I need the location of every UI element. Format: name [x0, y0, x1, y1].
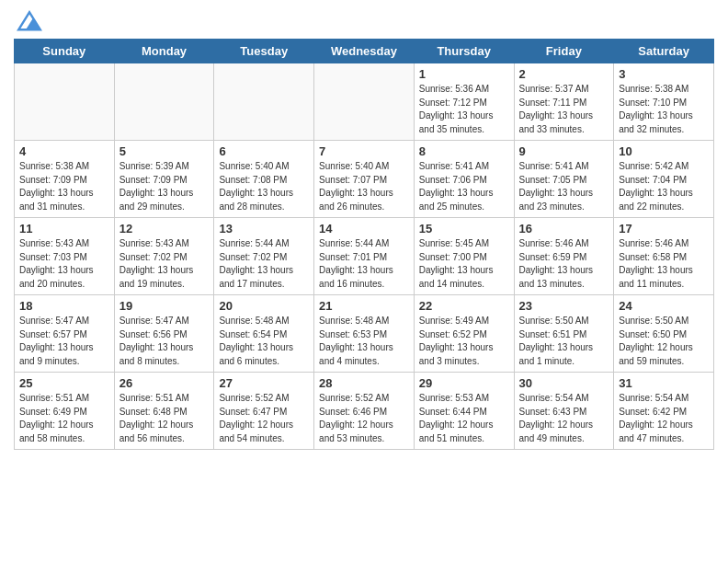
calendar-cell: 7Sunrise: 5:40 AM Sunset: 7:07 PM Daylig… — [314, 141, 415, 218]
cell-info: Sunrise: 5:51 AM Sunset: 6:48 PM Dayligh… — [119, 392, 210, 445]
cell-info: Sunrise: 5:38 AM Sunset: 7:10 PM Dayligh… — [619, 83, 709, 136]
calendar-cell: 20Sunrise: 5:48 AM Sunset: 6:54 PM Dayli… — [214, 295, 314, 373]
cell-info: Sunrise: 5:45 AM Sunset: 7:00 PM Dayligh… — [419, 237, 509, 291]
day-number: 24 — [619, 299, 709, 313]
day-number: 27 — [219, 376, 309, 390]
day-number: 29 — [419, 376, 509, 390]
calendar-cell: 5Sunrise: 5:39 AM Sunset: 7:09 PM Daylig… — [114, 141, 214, 218]
cell-info: Sunrise: 5:39 AM Sunset: 7:09 PM Dayligh… — [119, 160, 210, 213]
calendar-cell: 14Sunrise: 5:44 AM Sunset: 7:01 PM Dayli… — [314, 218, 415, 295]
calendar-cell: 19Sunrise: 5:47 AM Sunset: 6:56 PM Dayli… — [114, 295, 214, 373]
cell-info: Sunrise: 5:53 AM Sunset: 6:44 PM Dayligh… — [419, 392, 509, 445]
calendar-cell: 26Sunrise: 5:51 AM Sunset: 6:48 PM Dayli… — [114, 373, 214, 450]
cell-info: Sunrise: 5:44 AM Sunset: 7:02 PM Dayligh… — [219, 237, 309, 291]
calendar-cell — [15, 63, 115, 141]
cell-info: Sunrise: 5:47 AM Sunset: 6:56 PM Dayligh… — [119, 315, 210, 368]
day-number: 1 — [419, 67, 509, 81]
day-number: 11 — [19, 222, 109, 236]
calendar-cell: 10Sunrise: 5:42 AM Sunset: 7:04 PM Dayli… — [614, 141, 714, 218]
calendar-body: 1Sunrise: 5:36 AM Sunset: 7:12 PM Daylig… — [15, 63, 714, 450]
day-number: 17 — [619, 222, 709, 236]
cell-info: Sunrise: 5:36 AM Sunset: 7:12 PM Dayligh… — [419, 83, 509, 136]
day-number: 18 — [19, 299, 109, 313]
cell-info: Sunrise: 5:38 AM Sunset: 7:09 PM Dayligh… — [19, 160, 109, 213]
weekday-friday: Friday — [514, 40, 614, 63]
calendar-cell: 15Sunrise: 5:45 AM Sunset: 7:00 PM Dayli… — [414, 218, 514, 295]
day-number: 7 — [319, 144, 409, 158]
cell-info: Sunrise: 5:50 AM Sunset: 6:50 PM Dayligh… — [619, 315, 709, 368]
day-number: 22 — [419, 299, 509, 313]
day-number: 4 — [19, 144, 109, 158]
week-row-3: 11Sunrise: 5:43 AM Sunset: 7:03 PM Dayli… — [15, 218, 714, 295]
calendar-table: SundayMondayTuesdayWednesdayThursdayFrid… — [14, 39, 714, 450]
day-number: 23 — [519, 299, 609, 313]
calendar-cell — [214, 63, 314, 141]
day-number: 20 — [219, 299, 309, 313]
cell-info: Sunrise: 5:54 AM Sunset: 6:42 PM Dayligh… — [619, 392, 709, 445]
day-number: 28 — [319, 376, 409, 390]
weekday-saturday: Saturday — [614, 40, 714, 63]
calendar-cell: 29Sunrise: 5:53 AM Sunset: 6:44 PM Dayli… — [414, 373, 514, 450]
cell-info: Sunrise: 5:41 AM Sunset: 7:06 PM Dayligh… — [419, 160, 509, 213]
calendar-cell: 21Sunrise: 5:48 AM Sunset: 6:53 PM Dayli… — [314, 295, 415, 373]
day-number: 19 — [119, 299, 210, 313]
calendar-cell: 4Sunrise: 5:38 AM Sunset: 7:09 PM Daylig… — [15, 141, 115, 218]
cell-info: Sunrise: 5:46 AM Sunset: 6:58 PM Dayligh… — [619, 237, 709, 291]
cell-info: Sunrise: 5:47 AM Sunset: 6:57 PM Dayligh… — [19, 315, 109, 368]
week-row-2: 4Sunrise: 5:38 AM Sunset: 7:09 PM Daylig… — [15, 141, 714, 218]
calendar-cell: 31Sunrise: 5:54 AM Sunset: 6:42 PM Dayli… — [614, 373, 714, 450]
calendar-cell: 22Sunrise: 5:49 AM Sunset: 6:52 PM Dayli… — [414, 295, 514, 373]
calendar-cell: 3Sunrise: 5:38 AM Sunset: 7:10 PM Daylig… — [614, 63, 714, 141]
week-row-4: 18Sunrise: 5:47 AM Sunset: 6:57 PM Dayli… — [15, 295, 714, 373]
calendar-cell: 16Sunrise: 5:46 AM Sunset: 6:59 PM Dayli… — [514, 218, 614, 295]
calendar-cell: 27Sunrise: 5:52 AM Sunset: 6:47 PM Dayli… — [214, 373, 314, 450]
day-number: 25 — [19, 376, 109, 390]
cell-info: Sunrise: 5:52 AM Sunset: 6:47 PM Dayligh… — [219, 392, 309, 445]
cell-info: Sunrise: 5:40 AM Sunset: 7:07 PM Dayligh… — [319, 160, 409, 213]
logo-icon — [16, 9, 43, 31]
cell-info: Sunrise: 5:49 AM Sunset: 6:52 PM Dayligh… — [419, 315, 509, 368]
cell-info: Sunrise: 5:54 AM Sunset: 6:43 PM Dayligh… — [519, 392, 609, 445]
day-number: 30 — [519, 376, 609, 390]
day-number: 5 — [119, 144, 210, 158]
cell-info: Sunrise: 5:37 AM Sunset: 7:11 PM Dayligh… — [519, 83, 609, 136]
cell-info: Sunrise: 5:52 AM Sunset: 6:46 PM Dayligh… — [319, 392, 409, 445]
calendar-cell: 18Sunrise: 5:47 AM Sunset: 6:57 PM Dayli… — [15, 295, 115, 373]
week-row-1: 1Sunrise: 5:36 AM Sunset: 7:12 PM Daylig… — [15, 63, 714, 141]
calendar-cell: 17Sunrise: 5:46 AM Sunset: 6:58 PM Dayli… — [614, 218, 714, 295]
svg-marker-1 — [26, 18, 40, 30]
cell-info: Sunrise: 5:51 AM Sunset: 6:49 PM Dayligh… — [19, 392, 109, 445]
calendar-cell: 8Sunrise: 5:41 AM Sunset: 7:06 PM Daylig… — [414, 141, 514, 218]
day-number: 3 — [619, 67, 709, 81]
day-number: 14 — [319, 222, 409, 236]
day-number: 9 — [519, 144, 609, 158]
logo — [14, 9, 47, 31]
weekday-header-row: SundayMondayTuesdayWednesdayThursdayFrid… — [15, 40, 714, 63]
day-number: 12 — [119, 222, 210, 236]
calendar-cell: 1Sunrise: 5:36 AM Sunset: 7:12 PM Daylig… — [414, 63, 514, 141]
day-number: 21 — [319, 299, 409, 313]
day-number: 15 — [419, 222, 509, 236]
calendar-cell: 13Sunrise: 5:44 AM Sunset: 7:02 PM Dayli… — [214, 218, 314, 295]
day-number: 13 — [219, 222, 309, 236]
calendar-cell — [114, 63, 214, 141]
weekday-monday: Monday — [114, 40, 214, 63]
cell-info: Sunrise: 5:50 AM Sunset: 6:51 PM Dayligh… — [519, 315, 609, 368]
day-number: 6 — [219, 144, 309, 158]
calendar-cell: 30Sunrise: 5:54 AM Sunset: 6:43 PM Dayli… — [514, 373, 614, 450]
calendar-cell — [314, 63, 415, 141]
day-number: 26 — [119, 376, 210, 390]
calendar-cell: 9Sunrise: 5:41 AM Sunset: 7:05 PM Daylig… — [514, 141, 614, 218]
day-number: 2 — [519, 67, 609, 81]
cell-info: Sunrise: 5:43 AM Sunset: 7:02 PM Dayligh… — [119, 237, 210, 291]
cell-info: Sunrise: 5:43 AM Sunset: 7:03 PM Dayligh… — [19, 237, 109, 291]
cell-info: Sunrise: 5:48 AM Sunset: 6:54 PM Dayligh… — [219, 315, 309, 368]
calendar-cell: 28Sunrise: 5:52 AM Sunset: 6:46 PM Dayli… — [314, 373, 415, 450]
cell-info: Sunrise: 5:44 AM Sunset: 7:01 PM Dayligh… — [319, 237, 409, 291]
cell-info: Sunrise: 5:40 AM Sunset: 7:08 PM Dayligh… — [219, 160, 309, 213]
calendar-cell: 11Sunrise: 5:43 AM Sunset: 7:03 PM Dayli… — [15, 218, 115, 295]
cell-info: Sunrise: 5:48 AM Sunset: 6:53 PM Dayligh… — [319, 315, 409, 368]
cell-info: Sunrise: 5:42 AM Sunset: 7:04 PM Dayligh… — [619, 160, 709, 213]
day-number: 16 — [519, 222, 609, 236]
week-row-5: 25Sunrise: 5:51 AM Sunset: 6:49 PM Dayli… — [15, 373, 714, 450]
